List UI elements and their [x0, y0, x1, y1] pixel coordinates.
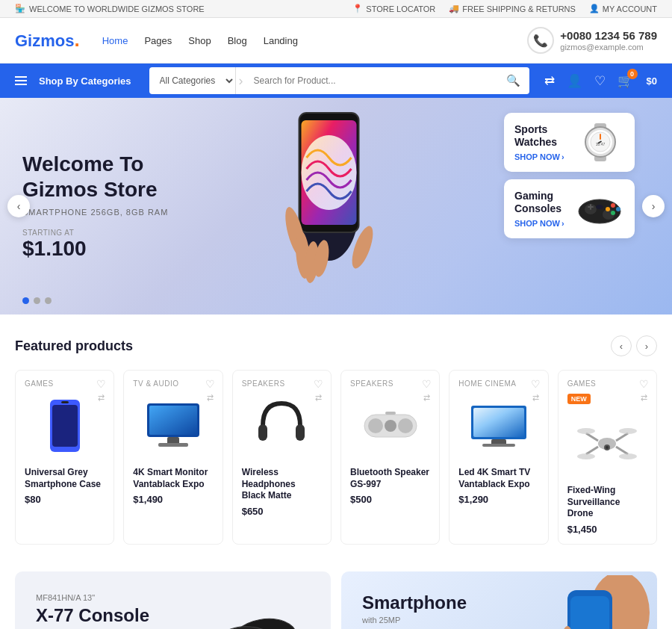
cart-badge: 0	[627, 69, 638, 79]
svg-point-52	[619, 428, 637, 434]
product-name-5: Fixed-Wing Surveillance Drone	[567, 485, 647, 520]
nav-pages[interactable]: Pages	[144, 35, 172, 46]
product-card-2: SPEAKERS ♡ ⇄ Wireless Headphones Black M…	[232, 370, 332, 545]
svg-point-20	[611, 203, 615, 208]
hero-dot-3[interactable]	[45, 297, 52, 304]
search-button[interactable]: 🔍	[497, 74, 529, 87]
promo-card-smartphone: Smartphone with 25MP DISCOUNT -30% $349	[341, 571, 657, 629]
product-actions-2: ♡ ⇄	[314, 378, 323, 403]
search-bar: All Categories › 🔍	[149, 67, 529, 94]
side-card-watches: SportsWatches SHOP NOW ›	[504, 113, 635, 172]
wishlist-btn-2[interactable]: ♡	[314, 378, 323, 390]
product-price-3: $500	[350, 494, 430, 505]
nav-home[interactable]: Home	[102, 35, 128, 46]
product-cat-1: TV & AUDIO	[133, 379, 213, 388]
gamepad-image	[576, 188, 624, 229]
product-actions-1: ♡ ⇄	[205, 378, 215, 403]
product-cat-4: HOME CINEMA	[458, 379, 538, 388]
product-cat-3: SPEAKERS	[350, 379, 430, 388]
compare-btn-5[interactable]: ⇄	[639, 393, 649, 403]
product-card-0: GAMES ♡ ⇄ Universal Grey Smartphone Case…	[15, 370, 114, 545]
side-card-watches-shop[interactable]: SHOP NOW ›	[514, 152, 564, 161]
side-card-watches-title: SportsWatches	[514, 123, 564, 149]
hero-section: ‹ Welcome To Gizmos Store SMARTPHONE 256…	[0, 98, 672, 314]
wishlist-icon[interactable]: ♡	[594, 73, 606, 89]
wishlist-btn-4[interactable]: ♡	[531, 378, 541, 390]
product-actions-3: ♡ ⇄	[422, 378, 432, 403]
product-name-2: Wireless Headphones Black Matte	[242, 467, 322, 502]
logo[interactable]: Gizmos.	[15, 30, 80, 51]
svg-rect-14	[600, 134, 601, 140]
hero-side-cards: SportsWatches SHOP NOW ›	[504, 113, 635, 238]
svg-line-47	[586, 433, 598, 441]
svg-rect-29	[61, 401, 69, 403]
side-card-gaming-text: GamingConsoles SHOP NOW ›	[514, 190, 564, 229]
top-bar-right: 📍 STORE LOCATOR 🚚 FREE SHIPPING & RETURN…	[352, 4, 657, 13]
nav-shop[interactable]: Shop	[188, 35, 211, 46]
section-header: Featured products ‹ ›	[15, 335, 657, 356]
truck-icon: 🚚	[449, 4, 459, 13]
nav-blog[interactable]: Blog	[228, 35, 247, 46]
side-card-watches-content: SportsWatches SHOP NOW ›	[514, 122, 624, 163]
hamburger-icon	[15, 76, 27, 85]
cart-icon[interactable]: 🛒 0	[617, 73, 633, 89]
product-actions-4: ♡ ⇄	[531, 378, 541, 403]
hero-dot-1[interactable]	[22, 297, 29, 304]
product-img-5	[567, 410, 647, 477]
compare-btn-4[interactable]: ⇄	[531, 393, 541, 403]
product-actions-5: ♡ ⇄	[639, 378, 649, 403]
phone-icon: 📞	[527, 27, 554, 54]
product-img-4	[458, 392, 538, 459]
product-img-0	[25, 392, 105, 459]
svg-rect-45	[482, 444, 515, 447]
wishlist-btn-0[interactable]: ♡	[96, 378, 106, 390]
svg-point-40	[385, 420, 396, 432]
search-input[interactable]	[246, 75, 497, 86]
featured-prev-btn[interactable]: ‹	[611, 335, 632, 356]
products-grid: GAMES ♡ ⇄ Universal Grey Smartphone Case…	[15, 370, 657, 545]
nav-landing[interactable]: Landing	[264, 35, 298, 46]
product-name-1: 4K Smart Monitor Vantablack Expo	[133, 467, 213, 490]
svg-rect-34	[158, 443, 188, 447]
compare-btn-0[interactable]: ⇄	[96, 393, 106, 403]
hero-prev-btn[interactable]: ‹	[7, 195, 30, 217]
hero-dot-2[interactable]	[34, 297, 40, 304]
wishlist-btn-5[interactable]: ♡	[639, 378, 649, 390]
phone-email: gizmos@example.com	[560, 43, 657, 52]
product-price-2: $650	[242, 506, 322, 517]
store-locator-link[interactable]: 📍 STORE LOCATOR	[352, 4, 435, 13]
product-price-4: $1,290	[458, 494, 538, 505]
svg-rect-25	[588, 206, 594, 208]
svg-rect-69	[570, 596, 609, 629]
compare-icon[interactable]: ⇄	[544, 73, 555, 89]
product-name-4: Led 4K Smart TV Vantablack Expo	[458, 467, 538, 490]
promo-smartphone-image	[538, 571, 657, 629]
side-card-gaming-shop[interactable]: SHOP NOW ›	[514, 219, 564, 228]
hero-next-btn[interactable]: ›	[642, 195, 665, 217]
wishlist-btn-1[interactable]: ♡	[205, 378, 215, 390]
account-icon[interactable]: 👤	[567, 73, 582, 89]
product-img-1	[133, 392, 213, 459]
featured-title: Featured products	[15, 338, 133, 354]
phone-number: +0080 1234 56 789	[560, 29, 657, 43]
top-bar: 🏪 WELCOME TO WORLDWIDE GIZMOS STORE 📍 ST…	[0, 0, 672, 18]
product-price-0: $80	[25, 494, 105, 505]
header: Gizmos. Home Pages Shop Blog Landing 📞 +…	[0, 18, 672, 63]
compare-btn-3[interactable]: ⇄	[422, 393, 432, 403]
featured-next-btn[interactable]: ›	[636, 335, 657, 356]
compare-btn-1[interactable]: ⇄	[205, 393, 215, 403]
category-select[interactable]: All Categories	[149, 67, 236, 94]
wishlist-btn-3[interactable]: ♡	[422, 378, 432, 390]
product-card-1: TV & AUDIO ♡ ⇄	[123, 370, 223, 545]
account-link[interactable]: 👤 MY ACCOUNT	[589, 4, 657, 13]
shipping-link[interactable]: 🚚 FREE SHIPPING & RETURNS	[449, 4, 576, 13]
product-name-3: Bluetooth Speaker GS-997	[350, 467, 430, 490]
side-card-watches-text: SportsWatches SHOP NOW ›	[514, 123, 564, 162]
hero-price: $1.100	[22, 237, 650, 261]
promo-console-image	[196, 592, 316, 629]
svg-point-21	[616, 207, 620, 211]
compare-btn-2[interactable]: ⇄	[314, 393, 323, 403]
side-card-gaming: GamingConsoles SHOP NOW ›	[504, 179, 635, 238]
shop-categories-btn[interactable]: Shop By Categories	[15, 75, 142, 87]
header-right: 📞 +0080 1234 56 789 gizmos@example.com	[527, 27, 657, 54]
